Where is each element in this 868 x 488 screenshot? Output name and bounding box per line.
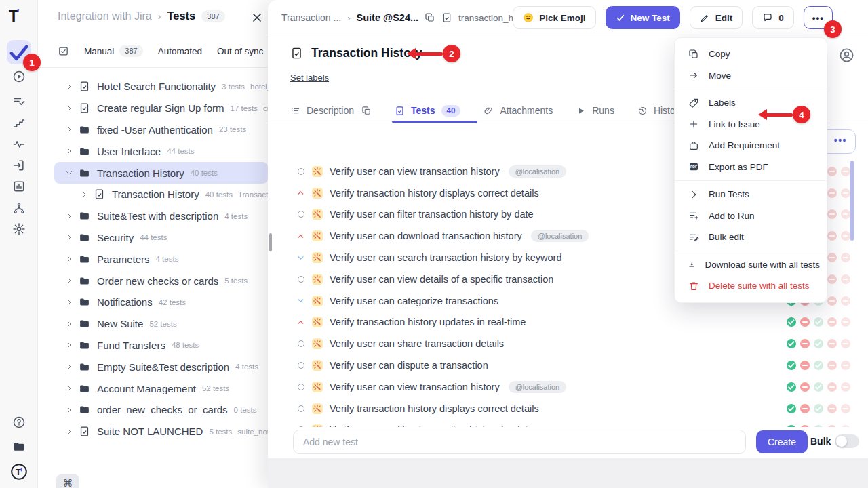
- chevron-right-icon[interactable]: [65, 428, 73, 436]
- run-result-failed-faded-dot[interactable]: [827, 339, 837, 348]
- run-result-passed-faded-dot[interactable]: [814, 339, 823, 348]
- chevron-right-icon[interactable]: [65, 233, 73, 241]
- tree-tab-manual[interactable]: Manual387: [84, 45, 143, 57]
- chevron-right-icon[interactable]: [65, 125, 73, 134]
- run-result-failed-faded2-dot[interactable]: [841, 361, 850, 370]
- menu-item-export-as-pdf[interactable]: PDFExport as PDF: [675, 157, 827, 178]
- tree-row-fixed-user-authentication[interactable]: fixed -User Authentication23 tests: [38, 119, 268, 141]
- run-result-failed-faded2-dot[interactable]: [841, 231, 850, 241]
- run-result-failed-faded-dot[interactable]: [827, 188, 837, 198]
- copy-id-icon[interactable]: [425, 12, 435, 23]
- run-result-passed-dot[interactable]: [787, 404, 796, 413]
- chevron-right-icon[interactable]: [65, 104, 73, 113]
- menu-item-add-to-run[interactable]: Add to Run: [675, 205, 827, 227]
- test-tag-badge[interactable]: @localisation: [531, 230, 589, 242]
- pulse-icon[interactable]: [12, 138, 26, 151]
- tree-row-order-new-checks-or-cards[interactable]: order_new_checks_or_cards0 tests: [38, 399, 268, 421]
- run-result-failed-faded2-dot[interactable]: [841, 167, 850, 176]
- edit-button[interactable]: Edit: [690, 6, 743, 29]
- run-result-failed-faded-dot[interactable]: [827, 253, 837, 262]
- run-result-passed-dot[interactable]: [787, 361, 796, 370]
- chevron-right-icon[interactable]: [65, 298, 73, 306]
- chevron-right-icon[interactable]: [65, 83, 73, 91]
- run-result-failed-faded-dot[interactable]: [827, 274, 837, 284]
- test-tag-badge[interactable]: @localisation: [509, 381, 567, 393]
- drawer-close-icon[interactable]: [250, 11, 264, 24]
- tree-row-suite-not-launched[interactable]: Suite NOT LAUNCHED5 testssuite_not_la...: [38, 421, 268, 443]
- run-result-passed-dot[interactable]: [787, 382, 796, 392]
- profile-logo-icon[interactable]: T: [10, 463, 28, 481]
- tree-row-order-new-checks-or-cards[interactable]: Order new checks or cards5 tests: [38, 270, 268, 291]
- run-result-failed-faded-dot[interactable]: [827, 404, 837, 413]
- chevron-right-icon[interactable]: [80, 190, 88, 199]
- test-title[interactable]: Verify user can search transaction histo…: [330, 252, 562, 263]
- test-row[interactable]: Verify transaction history updates in re…: [268, 312, 868, 333]
- runs-play-icon[interactable]: [12, 70, 26, 83]
- run-result-failed-faded2-dot[interactable]: [841, 382, 850, 392]
- run-result-failed-faded-dot[interactable]: [827, 296, 837, 306]
- command-shortcut-hint[interactable]: ⌘: [56, 474, 79, 488]
- run-result-passed-dot[interactable]: [787, 339, 796, 348]
- tree-row-suite-test-with-description[interactable]: Suite&Test with description4 tests: [38, 205, 268, 227]
- chevron-right-icon[interactable]: [65, 147, 73, 155]
- test-title[interactable]: Verify user can dispute a transaction: [330, 360, 488, 371]
- run-result-failed-faded2-dot[interactable]: [841, 188, 850, 198]
- tab-runs[interactable]: Runs: [576, 105, 614, 116]
- run-result-failed-faded-dot[interactable]: [827, 231, 837, 241]
- add-test-input[interactable]: [293, 430, 746, 454]
- chevron-right-icon[interactable]: [65, 277, 73, 285]
- run-result-failed-dot[interactable]: [800, 317, 810, 327]
- test-title[interactable]: Verify transaction history updates in re…: [330, 317, 526, 327]
- branch-icon[interactable]: [12, 201, 26, 215]
- tab-tests[interactable]: Tests40: [395, 105, 460, 117]
- chevron-right-icon[interactable]: [65, 255, 73, 263]
- select-all-icon[interactable]: [58, 45, 69, 57]
- run-result-failed-faded-dot[interactable]: [827, 167, 837, 176]
- tree-row-parameters[interactable]: Parameters4 tests: [38, 248, 268, 270]
- menu-item-run-tests[interactable]: Run Tests: [675, 184, 827, 205]
- test-title[interactable]: Verify user can view transaction history: [330, 166, 500, 177]
- list-more-button[interactable]: •••: [834, 135, 847, 146]
- run-result-passed-faded-dot[interactable]: [814, 404, 823, 413]
- test-title[interactable]: Verify user can categorize transactions: [330, 296, 498, 306]
- run-result-failed-dot[interactable]: [800, 382, 810, 392]
- plans-list-check-icon[interactable]: [12, 95, 26, 108]
- settings-gear-icon[interactable]: [12, 222, 26, 236]
- import-icon[interactable]: [12, 159, 26, 172]
- run-result-failed-faded-dot[interactable]: [827, 382, 837, 392]
- comments-button[interactable]: 0: [752, 6, 794, 29]
- test-row[interactable]: Verify user can view transaction history…: [268, 376, 868, 398]
- copy-icon[interactable]: [361, 106, 372, 116]
- run-result-failed-dot[interactable]: [800, 361, 810, 370]
- tree-tab-out-of-sync[interactable]: Out of sync: [217, 46, 263, 56]
- tree-tab-automated[interactable]: Automated: [158, 46, 202, 56]
- run-result-failed-faded2-dot[interactable]: [841, 253, 850, 262]
- run-result-passed-dot[interactable]: [787, 317, 796, 327]
- test-row[interactable]: Verify transaction history displays corr…: [268, 398, 868, 420]
- run-result-failed-dot[interactable]: [800, 404, 810, 413]
- run-result-failed-faded-dot[interactable]: [827, 361, 837, 370]
- run-result-passed-faded-dot[interactable]: [814, 317, 823, 327]
- analytics-chart-icon[interactable]: [12, 180, 26, 193]
- app-logo[interactable]: T': [9, 7, 20, 26]
- bulk-toggle[interactable]: [835, 434, 859, 448]
- run-result-passed-faded-dot[interactable]: [814, 361, 823, 370]
- test-row[interactable]: Verify user can share transaction detail…: [268, 333, 868, 354]
- run-result-passed-faded-dot[interactable]: [814, 382, 823, 392]
- tree-row-transaction-history[interactable]: Transaction History40 testsTransactio...: [38, 184, 268, 205]
- test-title[interactable]: Verify transaction history displays corr…: [330, 403, 539, 414]
- chevron-right-icon[interactable]: [65, 212, 73, 220]
- drawer-scroll-thumb[interactable]: [269, 233, 272, 251]
- menu-item-copy[interactable]: Copy: [675, 43, 827, 65]
- tree-row-hotel-search-functionality[interactable]: Hotel Search Functionality3 testshotel_s…: [38, 76, 268, 98]
- run-result-failed-dot[interactable]: [800, 339, 810, 348]
- chevron-down-icon[interactable]: [65, 169, 73, 177]
- drawer-breadcrumb-suite[interactable]: Suite @S24...: [357, 12, 419, 23]
- test-tag-badge[interactable]: @localisation: [509, 165, 567, 178]
- menu-item-move[interactable]: Move: [675, 65, 827, 87]
- chevron-right-icon[interactable]: [65, 384, 73, 392]
- tree-row-notifications[interactable]: Notifications42 tests: [38, 291, 268, 313]
- create-button[interactable]: Create: [756, 430, 808, 453]
- test-title[interactable]: Verify user can filter transaction histo…: [330, 209, 534, 220]
- new-test-button[interactable]: New Test: [606, 6, 680, 29]
